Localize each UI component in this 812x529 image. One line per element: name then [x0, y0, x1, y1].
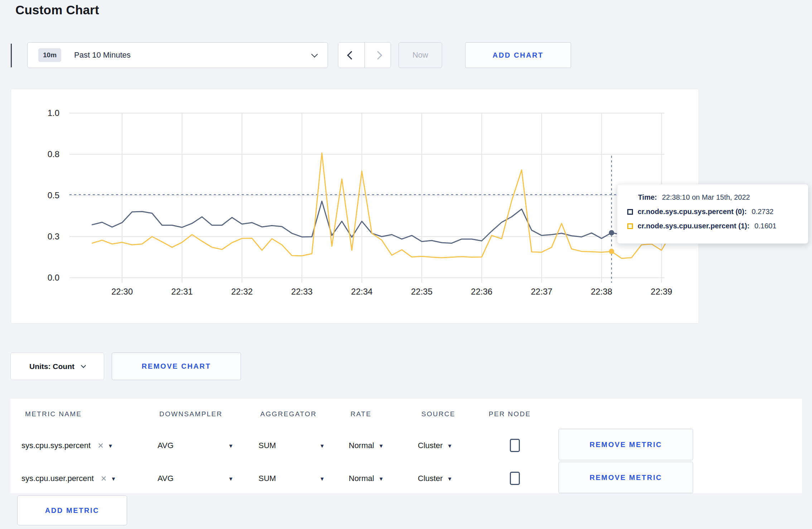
x-axis-tick: 22:35: [411, 287, 432, 296]
metric-name-select[interactable]: sys.cpu.sys.percent × ▼: [21, 437, 113, 454]
prev-range-button[interactable]: [338, 43, 364, 68]
clear-metric-icon[interactable]: ×: [101, 474, 107, 484]
y-axis-tick: 1.0: [48, 108, 59, 118]
remove-metric-button[interactable]: REMOVE METRIC: [559, 462, 693, 493]
x-axis-tick: 22:39: [651, 287, 672, 296]
dropdown-arrow-icon: ▼: [447, 476, 453, 482]
aggregator-select[interactable]: SUM ▼: [258, 470, 325, 487]
source-select[interactable]: Cluster ▼: [418, 470, 453, 487]
remove-chart-button[interactable]: REMOVE CHART: [112, 353, 241, 380]
per-node-checkbox[interactable]: [510, 472, 520, 485]
clear-metric-icon[interactable]: ×: [98, 441, 103, 451]
dropdown-arrow-icon: ▼: [378, 443, 384, 449]
x-axis-tick: 22:30: [111, 287, 133, 296]
crosshair-dot: [609, 230, 614, 236]
dropdown-arrow-icon: ▼: [447, 443, 453, 449]
source-select[interactable]: Cluster ▼: [418, 437, 453, 454]
tooltip-series-label: cr.node.sys.cpu.user.percent (1):: [638, 222, 749, 230]
tooltip-time-row: Time: 22:38:10 on Mar 15th, 2022: [617, 193, 808, 202]
tooltip-time-label: Time:: [638, 193, 657, 202]
tooltip-series-value: 0.2732: [752, 208, 774, 216]
chart-canvas[interactable]: 0.00.30.50.81.022:3022:3122:3222:3322:34…: [11, 89, 699, 324]
chevron-left-icon: [347, 51, 356, 59]
downsampler-select[interactable]: AVG ▼: [158, 470, 233, 487]
units-select[interactable]: Units: Count: [10, 353, 104, 380]
col-header-source: SOURCE: [421, 410, 455, 418]
col-header-downsampler: DOWNSAMPLER: [159, 410, 222, 418]
units-label: Units: Count: [29, 362, 74, 371]
y-axis-tick: 0.3: [48, 232, 59, 241]
time-pager: [338, 42, 391, 68]
tooltip-series-row: cr.node.sys.cpu.sys.percent (0): 0.2732: [617, 208, 808, 216]
chevron-down-icon: [311, 51, 318, 57]
tooltip-series-row: cr.node.sys.cpu.user.percent (1): 0.1601: [617, 222, 808, 230]
time-range-select[interactable]: 10m Past 10 Minutes: [27, 42, 328, 68]
tooltip-series-value: 0.1601: [754, 222, 776, 230]
series-line-user: [92, 153, 671, 258]
add-metric-button[interactable]: ADD METRIC: [17, 495, 127, 525]
toolbar-divider: [11, 44, 12, 67]
rate-select[interactable]: Normal ▼: [349, 470, 384, 487]
dropdown-arrow-icon: ▼: [108, 443, 113, 449]
chevron-right-icon: [373, 51, 382, 59]
y-axis-tick: 0.5: [48, 190, 59, 200]
col-header-aggregator: AGGREGATOR: [260, 410, 316, 418]
x-axis-tick: 22:31: [171, 287, 193, 296]
crosshair-dot: [609, 249, 614, 254]
add-chart-button[interactable]: ADD CHART: [465, 42, 571, 68]
y-axis-tick: 0.8: [48, 149, 59, 159]
time-range-badge: 10m: [38, 48, 61, 62]
dropdown-arrow-icon: ▼: [228, 443, 233, 449]
col-header-rate: RATE: [351, 410, 371, 418]
tooltip-time-value: 22:38:10 on Mar 15th, 2022: [662, 193, 750, 202]
downsampler-select[interactable]: AVG ▼: [158, 437, 233, 454]
x-axis-tick: 22:36: [471, 287, 492, 296]
dropdown-arrow-icon: ▼: [378, 476, 384, 482]
chart-panel: 0.00.30.50.81.022:3022:3122:3222:3322:34…: [11, 89, 699, 324]
dropdown-arrow-icon: ▼: [319, 476, 325, 482]
per-node-checkbox[interactable]: [510, 439, 520, 452]
remove-metric-button[interactable]: REMOVE METRIC: [559, 429, 693, 460]
x-axis-tick: 22:34: [351, 287, 373, 296]
tooltip-series-label: cr.node.sys.cpu.sys.percent (0):: [638, 208, 747, 216]
col-header-metric-name: METRIC NAME: [25, 410, 82, 418]
x-axis-tick: 22:32: [231, 287, 253, 296]
dropdown-arrow-icon: ▼: [319, 443, 325, 449]
col-header-per-node: PER NODE: [489, 410, 531, 418]
dropdown-arrow-icon: ▼: [228, 476, 233, 482]
page-title: Custom Chart: [15, 3, 99, 17]
x-axis-tick: 22:38: [591, 287, 612, 296]
y-axis-tick: 0.0: [48, 273, 59, 282]
metric-name-select[interactable]: sys.cpu.user.percent × ▼: [21, 470, 116, 487]
chart-tooltip: Time: 22:38:10 on Mar 15th, 2022 cr.node…: [617, 184, 808, 244]
series-user-swatch-icon: [627, 223, 633, 229]
next-range-button[interactable]: [364, 43, 391, 68]
rate-select[interactable]: Normal ▼: [349, 437, 384, 454]
chevron-down-icon: [81, 363, 86, 368]
dropdown-arrow-icon: ▼: [111, 476, 116, 482]
custom-chart-page: Custom Chart 10m Past 10 Minutes Now ADD…: [0, 0, 812, 529]
aggregator-select[interactable]: SUM ▼: [258, 437, 325, 454]
x-axis-tick: 22:33: [291, 287, 313, 296]
now-button[interactable]: Now: [398, 42, 442, 68]
series-sys-swatch-icon: [627, 209, 633, 215]
time-range-label: Past 10 Minutes: [74, 50, 131, 60]
x-axis-tick: 22:37: [531, 287, 552, 296]
